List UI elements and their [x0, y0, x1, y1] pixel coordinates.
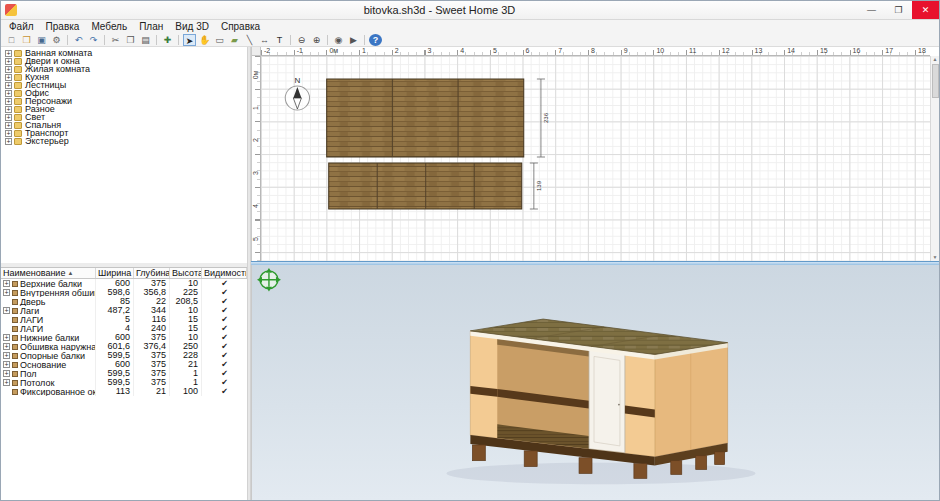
visibility-checkbox[interactable]: ✔	[202, 324, 247, 333]
svg-text:N: N	[294, 76, 300, 85]
expand-icon[interactable]: +	[5, 114, 12, 121]
visibility-checkbox[interactable]: ✔	[202, 315, 247, 324]
expand-icon[interactable]: +	[5, 90, 12, 97]
expand-icon[interactable]: +	[5, 66, 12, 73]
visibility-checkbox[interactable]: ✔	[202, 333, 247, 342]
furniture-table[interactable]: Наименование▲ШиринаГлубинаВысотаВидимост…	[1, 267, 247, 500]
expand-icon[interactable]: +	[3, 334, 10, 341]
plan-canvas[interactable]: N	[261, 56, 930, 261]
cut-icon[interactable]: ✂	[109, 34, 122, 46]
preferences-icon[interactable]: ⚙	[50, 34, 63, 46]
expand-icon[interactable]: +	[5, 130, 12, 137]
create-photo-icon[interactable]: ◉	[332, 34, 345, 46]
visibility-checkbox[interactable]: ✔	[202, 369, 247, 378]
expand-icon[interactable]: +	[3, 307, 10, 314]
menu-item[interactable]: Правка	[40, 20, 86, 33]
add-furniture-icon[interactable]: ✚	[161, 34, 174, 46]
column-header[interactable]: Высота	[170, 268, 202, 278]
menu-item[interactable]: План	[133, 20, 169, 33]
expand-icon[interactable]: +	[3, 361, 10, 368]
menu-item[interactable]: Справка	[215, 20, 266, 33]
redo-icon[interactable]: ↷	[87, 34, 100, 46]
pan-icon[interactable]: ✋	[198, 34, 211, 46]
close-button[interactable]: ✕	[912, 1, 939, 19]
paste-icon[interactable]: ▤	[139, 34, 152, 46]
create-dimensions-icon[interactable]: ↔	[258, 34, 271, 46]
save-plan-icon[interactable]: ▣	[35, 34, 48, 46]
expand-icon[interactable]: +	[5, 50, 12, 57]
restore-button[interactable]: ❐	[885, 1, 912, 19]
help-icon[interactable]: ?	[369, 34, 382, 46]
expand-icon[interactable]: +	[3, 289, 10, 296]
visibility-checkbox[interactable]: ✔	[202, 387, 247, 396]
expand-icon[interactable]: +	[5, 122, 12, 129]
create-rooms-icon[interactable]: ▰	[228, 34, 241, 46]
visibility-checkbox[interactable]: ✔	[202, 288, 247, 297]
select-icon[interactable]: ➤	[183, 34, 196, 46]
table-row[interactable]: ЛАГИ511615✔	[1, 315, 247, 324]
visibility-checkbox[interactable]: ✔	[202, 297, 247, 306]
ruler-label: 15	[820, 47, 828, 54]
expand-icon[interactable]: +	[5, 98, 12, 105]
app-window: bitovka.sh3d - Sweet Home 3D — ❐ ✕ ФайлП…	[0, 0, 940, 501]
visibility-checkbox[interactable]: ✔	[202, 360, 247, 369]
expand-icon[interactable]: +	[5, 138, 12, 145]
copy-icon[interactable]: ❐	[124, 34, 137, 46]
scrollbar-thumb[interactable]	[932, 64, 939, 98]
table-row[interactable]: +Лаги487,234410✔	[1, 306, 247, 315]
expand-icon[interactable]: +	[3, 343, 10, 350]
add-text-icon[interactable]: T	[273, 34, 286, 46]
menu-item[interactable]: Мебель	[85, 20, 133, 33]
visibility-checkbox[interactable]: ✔	[202, 378, 247, 387]
toolbar-separator	[67, 35, 68, 45]
expand-icon[interactable]: +	[3, 280, 10, 287]
expand-icon[interactable]: +	[3, 379, 10, 386]
column-header[interactable]: Ширина	[96, 268, 134, 278]
create-video-icon[interactable]: ▶	[347, 34, 360, 46]
zoom-in-icon[interactable]: ⊕	[310, 34, 323, 46]
menu-item[interactable]: Вид 3D	[169, 20, 215, 33]
plan-view[interactable]: -2-10м123456789101112131415161718 0м1234…	[251, 47, 939, 261]
plan-building[interactable]	[327, 79, 524, 209]
view-3d[interactable]	[251, 265, 939, 500]
category-folder-icon	[14, 66, 22, 73]
catalog-item[interactable]: +Экстерьер	[1, 137, 247, 145]
menu-item[interactable]: Файл	[3, 20, 40, 33]
visibility-checkbox[interactable]: ✔	[202, 306, 247, 315]
expand-icon[interactable]: +	[5, 58, 12, 65]
cabin-3d[interactable]	[446, 319, 755, 484]
column-header[interactable]: Наименование▲	[1, 268, 96, 278]
furniture-group-icon	[12, 290, 18, 296]
create-walls-icon[interactable]: ▭	[213, 34, 226, 46]
navigation-indicator-icon[interactable]	[257, 268, 281, 292]
main-area: +Ванная комната+Двери и окна+Жилая комна…	[1, 47, 939, 500]
column-header[interactable]: Глубина	[134, 268, 170, 278]
ruler-label: 5	[252, 231, 260, 247]
expand-icon[interactable]: +	[3, 370, 10, 377]
column-header[interactable]: Видимость	[202, 268, 247, 278]
visibility-checkbox[interactable]: ✔	[202, 279, 247, 288]
expand-icon[interactable]: +	[5, 82, 12, 89]
visibility-checkbox[interactable]: ✔	[202, 351, 247, 360]
expand-icon[interactable]: +	[3, 352, 10, 359]
furniture-name-cell: Дверь	[1, 297, 96, 306]
create-polylines-icon[interactable]: ╲	[243, 34, 256, 46]
table-row[interactable]: Фиксированное окно11321100✔	[1, 387, 247, 396]
ruler-label: 9	[624, 47, 628, 54]
ruler-label: 17	[885, 47, 893, 54]
furniture-catalog[interactable]: +Ванная комната+Двери и окна+Жилая комна…	[1, 47, 247, 263]
expand-icon[interactable]: +	[5, 106, 12, 113]
undo-icon[interactable]: ↶	[72, 34, 85, 46]
minimize-button[interactable]: —	[858, 1, 885, 19]
horizontal-ruler: -2-10м123456789101112131415161718	[261, 47, 930, 56]
expand-icon[interactable]: +	[5, 74, 12, 81]
plan-vertical-scrollbar[interactable]: ▲ ▼	[930, 56, 939, 261]
furniture-group-icon	[12, 353, 18, 359]
visibility-checkbox[interactable]: ✔	[202, 342, 247, 351]
new-plan-icon[interactable]: □	[5, 34, 18, 46]
scroll-up-icon[interactable]: ▲	[933, 56, 938, 63]
scroll-down-icon[interactable]: ▼	[933, 254, 938, 261]
zoom-out-icon[interactable]: ⊖	[295, 34, 308, 46]
toolbar-separator	[156, 35, 157, 45]
open-plan-icon[interactable]: ❒	[20, 34, 33, 46]
